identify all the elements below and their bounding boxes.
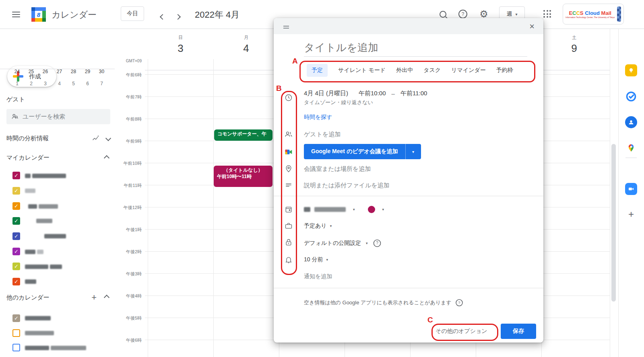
add-description-field[interactable]: 説明または添付ファイルを追加: [304, 182, 390, 189]
calendar-checkbox[interactable]: ✓: [12, 314, 20, 322]
calendar-list-item[interactable]: ✓: [12, 187, 35, 195]
visibility-help-icon[interactable]: ?: [373, 240, 381, 247]
mini-calendar-day[interactable]: 6: [80, 81, 95, 86]
day-header-mon[interactable]: 月 4: [213, 35, 279, 55]
save-button[interactable]: 保存: [501, 324, 536, 339]
calendar-checkbox[interactable]: ✓: [12, 217, 20, 225]
availability-help-icon[interactable]: ?: [456, 299, 463, 306]
main-menu-icon[interactable]: [12, 10, 20, 19]
tab-reminder[interactable]: リマインダー: [451, 67, 486, 74]
calendar-checkbox[interactable]: ✓: [12, 263, 20, 270]
maps-icon[interactable]: [625, 142, 637, 154]
chevron-up-icon[interactable]: [104, 295, 109, 300]
mini-calendar-day[interactable]: 3: [38, 81, 52, 86]
annotation-label-c: C: [427, 316, 433, 324]
calendar-list-item[interactable]: ✓: [12, 278, 36, 285]
dialog-drag-bar[interactable]: ×: [274, 18, 543, 34]
availability-note-row: 空き情報は他の Google アプリにも表示されることがあります ?: [304, 298, 464, 307]
start-time-value[interactable]: 午前10:00: [359, 90, 386, 97]
account-button[interactable]: ECCS Cloud Mail Information Technology C…: [563, 4, 624, 25]
calendar-list-item[interactable]: [12, 329, 54, 337]
add-location-field[interactable]: 会議室または場所を追加: [304, 165, 371, 173]
calendar-select-row[interactable]: ▾ ▾: [304, 206, 384, 213]
event-block[interactable]: コモンサポーター、午: [214, 129, 272, 141]
tab-out-of-office[interactable]: 外出中: [396, 67, 413, 74]
calendar-list-item[interactable]: ✓: [12, 217, 52, 225]
calendar-list-item[interactable]: ✓: [12, 263, 62, 270]
avatar[interactable]: [617, 6, 621, 22]
mini-calendar-day[interactable]: 30: [95, 69, 109, 74]
end-time-value[interactable]: 午前11:00: [400, 90, 427, 97]
event-title-input[interactable]: タイトルを追加: [304, 41, 378, 55]
guests-heading: ゲスト: [6, 96, 25, 103]
calendar-checkbox[interactable]: ✓: [12, 248, 20, 255]
grid-scrollbar[interactable]: [611, 144, 616, 302]
mini-calendar-day[interactable]: 4: [52, 81, 66, 86]
datetime-row[interactable]: 4月 4日 (月曜日) 午前10:00 – 午前11:00: [304, 90, 427, 97]
availability-note: 空き情報は他の Google アプリにも表示されることがあります: [304, 299, 452, 306]
zoom-icon[interactable]: [625, 183, 637, 195]
add-guests-field[interactable]: ゲストを追加: [304, 131, 341, 138]
mini-calendar-day[interactable]: 5: [66, 81, 80, 86]
location-pin-icon: [285, 165, 293, 174]
add-other-calendar-icon[interactable]: +: [91, 292, 97, 303]
tasks-icon[interactable]: [625, 90, 637, 103]
calendar-checkbox[interactable]: ✓: [12, 202, 20, 210]
user-search-input[interactable]: ユーザーを検索: [6, 109, 110, 124]
prev-period-icon[interactable]: [159, 11, 167, 23]
tab-task[interactable]: タスク: [423, 67, 441, 74]
calendar-list-item[interactable]: [12, 344, 86, 351]
calendar-checkbox[interactable]: ✓: [12, 232, 20, 240]
calendar-checkbox[interactable]: [12, 344, 20, 351]
mini-calendar-day[interactable]: 1: [10, 81, 24, 86]
tab-event[interactable]: 予定: [307, 64, 328, 77]
event-block[interactable]: （タイトルなし） 午前10時〜11時: [214, 166, 272, 187]
visibility-select[interactable]: デフォルトの公開設定 ▾ ?: [304, 239, 382, 248]
day-header-sat[interactable]: 土 9: [541, 35, 607, 55]
insights-row[interactable]: 時間の分析情報: [6, 134, 110, 142]
calendar-list-item[interactable]: ✓: [12, 248, 43, 255]
calendar-checkbox[interactable]: ✓: [12, 172, 20, 179]
add-notification-field[interactable]: 通知を追加: [304, 273, 332, 280]
drag-handle-icon[interactable]: [283, 25, 289, 30]
find-time-link[interactable]: 時間を探す: [304, 114, 332, 121]
calendar-list-item[interactable]: ✓: [12, 202, 58, 210]
mini-calendar-day[interactable]: 26: [38, 69, 52, 74]
mini-calendar-day[interactable]: 28: [66, 69, 80, 74]
contacts-icon[interactable]: [625, 116, 637, 128]
more-options-button[interactable]: その他のオプション: [436, 328, 487, 335]
mini-calendar-day[interactable]: 2: [24, 81, 38, 86]
mini-calendar-day[interactable]: 27: [52, 69, 66, 74]
mini-calendar-day[interactable]: 29: [80, 69, 95, 74]
caret-down-icon: ▾: [382, 207, 384, 211]
today-button[interactable]: 今日: [121, 6, 144, 21]
timezone-recurrence-note[interactable]: タイムゾーン・繰り返さない: [304, 99, 373, 106]
close-icon[interactable]: ×: [527, 21, 537, 32]
tab-appointment[interactable]: 予約枠: [496, 67, 513, 74]
calendar-checkbox[interactable]: ✓: [12, 187, 20, 195]
visibility-value: デフォルトの公開設定: [304, 240, 361, 247]
side-panel-divider: [625, 158, 637, 158]
chevron-down-icon[interactable]: [105, 135, 111, 141]
calendar-list-item[interactable]: ✓: [12, 172, 66, 179]
calendar-checkbox[interactable]: [12, 329, 20, 337]
mini-calendar-day[interactable]: 25: [24, 69, 38, 74]
keep-icon[interactable]: [625, 64, 637, 76]
calendar-checkbox[interactable]: ✓: [12, 278, 20, 285]
chevron-up-icon[interactable]: [104, 155, 109, 160]
date-value[interactable]: 4月 4日 (月曜日): [304, 90, 348, 97]
next-period-icon[interactable]: [174, 11, 182, 23]
calendar-list-item[interactable]: ✓: [12, 232, 66, 240]
mini-calendar-day[interactable]: 24: [10, 69, 24, 74]
meet-options-dropdown[interactable]: ▾: [405, 144, 421, 159]
tab-focus-time[interactable]: サイレント モード: [338, 67, 386, 74]
day-header-sun[interactable]: 日 3: [148, 35, 213, 55]
busy-select[interactable]: 予定あり ▾: [304, 222, 332, 230]
event-color-swatch[interactable]: [368, 206, 375, 213]
mini-calendar-day[interactable]: 7: [95, 81, 109, 86]
reminder-select[interactable]: 10 分前 ▾: [304, 256, 328, 263]
add-meet-button[interactable]: Google Meet のビデオ会議を追加: [304, 144, 405, 159]
my-calendars-header[interactable]: マイカレンダー: [6, 154, 110, 162]
calendar-list-item[interactable]: ✓: [12, 314, 51, 322]
get-addons-icon[interactable]: +: [625, 208, 637, 220]
